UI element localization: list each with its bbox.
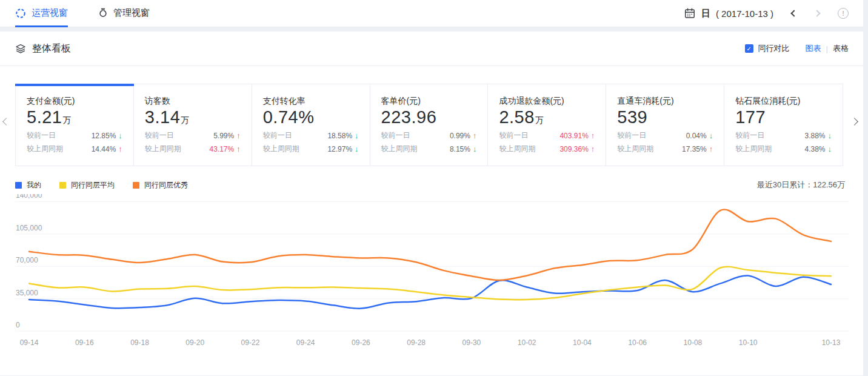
arrow-up-icon: ↑ bbox=[236, 144, 241, 153]
date-value: ( 2017-10-13 ) bbox=[716, 8, 773, 19]
comparison-row: 较前一日18.58%↓ bbox=[263, 130, 359, 141]
metric-title: 客单价(元) bbox=[381, 96, 477, 107]
tab-label: 管理视窗 bbox=[113, 7, 150, 19]
comparison-percent: 403.91% bbox=[559, 132, 588, 140]
metric-title: 直通车消耗(元) bbox=[617, 96, 713, 107]
comparison-percent: 5.99% bbox=[213, 132, 234, 140]
metric-card[interactable]: 访客数3.14万较前一日5.99%↑较上周同期43.17%↑ bbox=[134, 84, 252, 166]
comparison-row: 较上周同期309.36%↑ bbox=[499, 144, 595, 154]
legend-swatch bbox=[15, 182, 22, 189]
metric-value-number: 223.96 bbox=[381, 107, 437, 127]
next-date-button bbox=[813, 10, 820, 16]
comparison-label: 较前一日 bbox=[27, 130, 56, 141]
series-line-同行同层平均 bbox=[29, 267, 831, 300]
comparison-label: 较上周同期 bbox=[735, 144, 772, 154]
comparison-value: 12.85%↓ bbox=[92, 131, 122, 140]
metric-card[interactable]: 支付金额(元)5.21万较前一日12.85%↓较上周同期14.44%↑ bbox=[16, 84, 134, 166]
comparison-row: 较前一日3.88%↓ bbox=[735, 130, 832, 141]
layers-icon bbox=[15, 43, 26, 54]
dashboard-panel: 整体看板 ✓ 同行对比 图表 | 表格 支付金额(元)5.21万较前一日12.8… bbox=[0, 32, 863, 375]
metric-title: 访客数 bbox=[145, 96, 241, 107]
chart-legend: 我的同行同层平均同行同层优秀 bbox=[15, 180, 206, 190]
x-axis-tick-label: 10-02 bbox=[518, 338, 536, 347]
y-axis-tick-label: 105,000 bbox=[16, 224, 42, 232]
metric-value: 5.21万 bbox=[27, 107, 122, 127]
comparison-label: 较上周同期 bbox=[27, 144, 63, 154]
comparison-value: 3.88%↓ bbox=[804, 131, 832, 140]
tab-operations-view[interactable]: 运营视窗 bbox=[15, 0, 68, 27]
main-tabs: 运营视窗 管理视窗 bbox=[15, 0, 150, 27]
metric-card[interactable]: 钻石展位消耗(元)177较前一日3.88%↓较上周同期4.38%↓ bbox=[724, 84, 843, 166]
page-title: 整体看板 bbox=[32, 42, 71, 55]
date-picker[interactable]: 日 ( 2017-10-13 ) bbox=[684, 7, 773, 19]
cards-next-button[interactable] bbox=[852, 119, 857, 124]
comparison-label: 较前一日 bbox=[381, 130, 410, 141]
x-axis-tick-label: 10-10 bbox=[739, 338, 758, 347]
arrow-up-icon: ↑ bbox=[709, 144, 713, 153]
comparison-value: 4.38%↓ bbox=[804, 144, 832, 153]
comparison-label: 较上周同期 bbox=[617, 144, 653, 154]
comparison-label: 较上周同期 bbox=[145, 144, 181, 154]
legend-item[interactable]: 同行同层平均 bbox=[59, 180, 115, 190]
metric-card[interactable]: 直通车消耗(元)539较前一日0.04%↓较上周同期17.35%↑ bbox=[606, 84, 724, 166]
comparison-label: 较前一日 bbox=[617, 130, 646, 141]
metric-value: 3.14万 bbox=[145, 107, 241, 127]
x-axis-tick-label: 10-08 bbox=[684, 338, 703, 347]
metric-card[interactable]: 客单价(元)223.96较前一日0.99%↑较上周同期8.15%↓ bbox=[370, 84, 489, 166]
comparison-percent: 0.04% bbox=[686, 132, 707, 140]
metric-value-number: 3.14 bbox=[145, 107, 180, 127]
chart-legend-row: 我的同行同层平均同行同层优秀 最近30日累计：122.56万 bbox=[15, 180, 845, 190]
metric-title: 支付金额(元) bbox=[27, 96, 122, 107]
x-axis-tick-label: 10-06 bbox=[628, 338, 647, 347]
metric-value-number: 177 bbox=[735, 107, 766, 127]
top-nav-bar: 运营视窗 管理视窗 日 ( 2017-10-13 ) ! bbox=[0, 0, 863, 27]
x-axis-tick-label: 09-18 bbox=[130, 338, 149, 347]
legend-label: 同行同层平均 bbox=[71, 180, 115, 190]
view-chart-button[interactable]: 图表 bbox=[806, 43, 821, 54]
metric-card[interactable]: 支付转化率0.74%较前一日18.58%↓较上周同期12.97%↓ bbox=[252, 84, 370, 166]
comparison-label: 较前一日 bbox=[499, 130, 528, 141]
arrow-up-icon: ↑ bbox=[591, 144, 595, 153]
metric-value-number: 5.21 bbox=[27, 107, 62, 127]
metric-title: 钻石展位消耗(元) bbox=[735, 96, 832, 107]
30day-total-label: 最近30日累计：122.56万 bbox=[757, 180, 845, 190]
x-axis-tick-label: 09-16 bbox=[75, 338, 94, 347]
comparison-row: 较上周同期8.15%↓ bbox=[381, 144, 477, 154]
x-axis-tick-label: 09-20 bbox=[185, 338, 204, 347]
comparison-row: 较前一日12.85%↓ bbox=[27, 130, 122, 141]
view-table-button[interactable]: 表格 bbox=[833, 43, 849, 54]
comparison-percent: 8.15% bbox=[450, 145, 470, 153]
comparison-percent: 17.35% bbox=[682, 145, 707, 153]
arrow-up-icon: ↑ bbox=[591, 131, 595, 140]
metric-title: 支付转化率 bbox=[263, 96, 359, 107]
comparison-label: 较前一日 bbox=[263, 130, 292, 141]
comparison-value: 8.15%↓ bbox=[450, 144, 477, 153]
tab-label: 运营视窗 bbox=[32, 7, 68, 19]
line-chart-canvas[interactable]: 035,00070,000105,000140,00009-1409-1609-… bbox=[0, 194, 863, 357]
management-flask-icon bbox=[98, 8, 108, 19]
legend-label: 同行同层优秀 bbox=[144, 180, 188, 190]
legend-label: 我的 bbox=[27, 180, 41, 190]
legend-swatch bbox=[59, 182, 66, 189]
y-axis-tick-label: 70,000 bbox=[16, 256, 38, 264]
metric-card[interactable]: 成功退款金额(元)2.58万较前一日403.91%↑较上周同期309.36%↑ bbox=[488, 84, 606, 166]
comparison-row: 较前一日0.04%↓ bbox=[617, 130, 713, 141]
x-axis-tick-label: 09-30 bbox=[462, 338, 481, 347]
prev-date-button[interactable] bbox=[790, 10, 797, 16]
comparison-percent: 309.36% bbox=[559, 145, 588, 153]
metric-cards-row: 支付金额(元)5.21万较前一日12.85%↓较上周同期14.44%↑访客数3.… bbox=[0, 84, 863, 166]
metric-card-deck: 支付金额(元)5.21万较前一日12.85%↓较上周同期14.44%↑访客数3.… bbox=[15, 84, 843, 166]
cards-prev-button[interactable] bbox=[4, 119, 9, 124]
arrow-down-icon: ↓ bbox=[709, 131, 713, 140]
comparison-label: 较上周同期 bbox=[381, 144, 418, 154]
arrow-down-icon: ↓ bbox=[355, 131, 359, 140]
operations-compass-icon bbox=[15, 8, 26, 19]
peer-compare-checkbox[interactable]: ✓ bbox=[745, 44, 753, 53]
info-icon[interactable]: ! bbox=[838, 8, 849, 19]
tab-management-view[interactable]: 管理视窗 bbox=[98, 0, 150, 27]
legend-item[interactable]: 同行同层优秀 bbox=[133, 180, 188, 190]
x-axis-tick-label: 09-24 bbox=[296, 338, 315, 347]
legend-item[interactable]: 我的 bbox=[15, 180, 41, 190]
comparison-row: 较前一日0.99%↑ bbox=[381, 130, 477, 141]
comparison-label: 较上周同期 bbox=[499, 144, 535, 154]
